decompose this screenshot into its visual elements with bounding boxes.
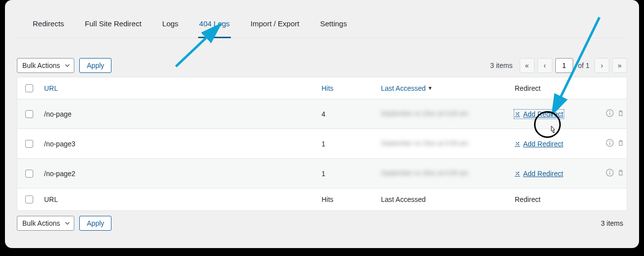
bulk-actions-select[interactable]: Bulk Actions xyxy=(17,58,74,73)
items-count-top: 3 items xyxy=(490,62,513,69)
col-header-redirect: Redirect xyxy=(515,84,540,92)
trash-icon[interactable] xyxy=(617,139,625,148)
trash-icon[interactable] xyxy=(617,169,625,178)
logs-table: URL Hits Last Accessed▼ Redirect /no-pag… xyxy=(17,77,627,211)
svg-point-4 xyxy=(609,141,610,142)
row-url: /no-page3 xyxy=(44,140,75,148)
col-header-url[interactable]: URL xyxy=(44,84,58,92)
trash-icon[interactable] xyxy=(617,109,625,119)
info-icon[interactable] xyxy=(606,139,614,148)
pager-of-text: of 1 xyxy=(578,62,590,69)
row-hits: 4 xyxy=(322,110,325,118)
add-redirect-link[interactable]: ⤭Add Redirect xyxy=(515,140,563,148)
table-footer-row: URL Hits Last Accessed Redirect xyxy=(17,189,627,210)
tab-redirects[interactable]: Redirects xyxy=(32,14,65,38)
bulk-actions-label-bottom: Bulk Actions xyxy=(22,219,60,227)
items-count-bottom: 3 items xyxy=(601,219,623,227)
row-url: /no-page2 xyxy=(44,170,75,178)
info-icon[interactable] xyxy=(606,109,614,119)
add-redirect-link[interactable]: ⤭Add Redirect xyxy=(515,170,563,178)
col-footer-hits: Hits xyxy=(322,195,333,203)
col-footer-last-accessed: Last Accessed xyxy=(381,195,426,203)
row-checkbox[interactable] xyxy=(25,170,33,178)
row-date: September xx 20xx at 0:00 am xyxy=(381,139,468,148)
top-toolbar: Bulk Actions Apply 3 items « ‹ of 1 › » xyxy=(17,58,627,73)
shuffle-icon: ⤭ xyxy=(515,170,520,177)
table-row: /no-page2 1 September xx 20xx at 0:00 am… xyxy=(17,159,627,189)
info-icon[interactable] xyxy=(606,169,614,178)
svg-rect-8 xyxy=(609,172,610,175)
apply-button[interactable]: Apply xyxy=(79,58,111,73)
tab-full-site-redirect[interactable]: Full Site Redirect xyxy=(84,14,142,38)
bulk-actions-label: Bulk Actions xyxy=(22,62,60,69)
pager-last[interactable]: » xyxy=(612,58,627,73)
svg-point-7 xyxy=(609,171,610,172)
apply-button-bottom[interactable]: Apply xyxy=(79,216,111,231)
row-checkbox[interactable] xyxy=(25,140,33,148)
page-panel: Redirects Full Site Redirect Logs 404 Lo… xyxy=(5,0,639,248)
row-hits: 1 xyxy=(322,140,325,148)
svg-rect-2 xyxy=(609,113,610,115)
tab-settings[interactable]: Settings xyxy=(319,14,348,38)
sort-desc-icon: ▼ xyxy=(428,85,432,91)
select-all-checkbox-bottom[interactable] xyxy=(25,195,33,203)
col-footer-url: URL xyxy=(44,195,58,203)
tab-404-logs[interactable]: 404 Logs xyxy=(198,14,231,38)
chevron-down-icon xyxy=(65,219,70,227)
col-header-hits[interactable]: Hits xyxy=(322,84,333,92)
shuffle-icon: ⤭ xyxy=(515,110,520,118)
svg-rect-5 xyxy=(609,142,610,145)
tab-logs[interactable]: Logs xyxy=(161,14,180,38)
tab-bar: Redirects Full Site Redirect Logs 404 Lo… xyxy=(17,8,627,38)
row-url: /no-page xyxy=(44,110,71,118)
chevron-down-icon xyxy=(65,62,70,69)
tab-import-export[interactable]: Import / Export xyxy=(250,14,300,38)
pager-first[interactable]: « xyxy=(520,58,535,73)
row-date: September xx 20xx at 0:00 am xyxy=(381,110,468,118)
select-all-checkbox-top[interactable] xyxy=(25,84,33,92)
row-checkbox[interactable] xyxy=(25,110,33,118)
pager-next[interactable]: › xyxy=(594,58,609,73)
col-footer-redirect: Redirect xyxy=(515,195,540,203)
bottom-toolbar: Bulk Actions Apply 3 items xyxy=(17,216,627,231)
svg-point-1 xyxy=(609,111,610,112)
shuffle-icon: ⤭ xyxy=(515,140,520,147)
row-date: September xx 20xx at 0:00 am xyxy=(381,169,468,178)
row-hits: 1 xyxy=(322,170,325,178)
add-redirect-link[interactable]: ⤭Add Redirect xyxy=(515,110,563,118)
col-header-last-accessed[interactable]: Last Accessed xyxy=(381,84,426,92)
table-row: /no-page 4 September xx 20xx at 0:00 am … xyxy=(17,99,627,129)
table-header-row: URL Hits Last Accessed▼ Redirect xyxy=(17,77,627,99)
bulk-actions-select-bottom[interactable]: Bulk Actions xyxy=(17,216,74,231)
pager-input[interactable] xyxy=(555,58,573,73)
pager-prev[interactable]: ‹ xyxy=(537,58,552,73)
table-row: /no-page3 1 September xx 20xx at 0:00 am… xyxy=(17,129,627,159)
